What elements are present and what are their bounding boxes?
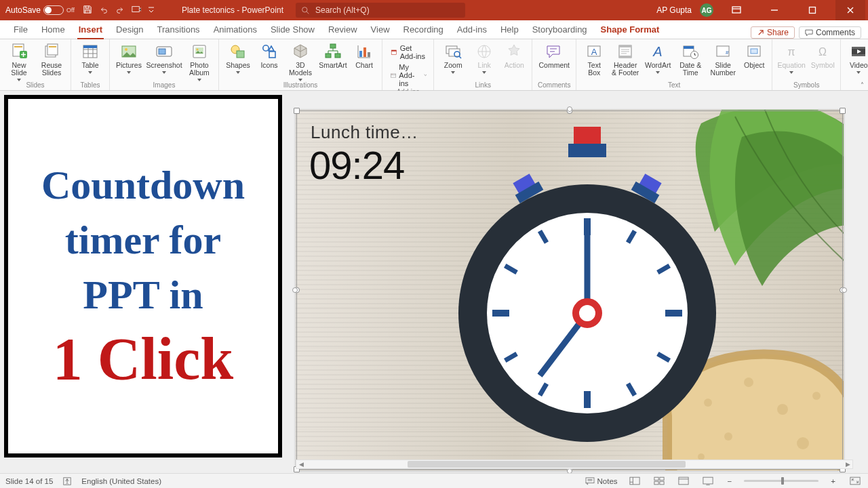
user-name[interactable]: AP Gupta [656,5,692,15]
ribbon-display-icon[interactable] [722,0,751,20]
handle-top-left[interactable] [294,108,300,114]
slide-handle-right[interactable] [842,287,847,293]
handle-top-right[interactable] [840,108,846,114]
models3d-button[interactable]: 3D Models [285,41,315,81]
photo-album-label: Photo Album [189,62,210,77]
undo-icon[interactable] [99,5,108,16]
qat-more-icon[interactable] [148,5,155,16]
view-normal-icon[interactable] [627,475,642,487]
textbox-button[interactable]: A Text Box [580,41,608,77]
link-label: Link [478,62,491,69]
smartart-button[interactable]: SmartArt [318,41,348,69]
svg-rect-93 [629,477,639,485]
pictures-button[interactable]: Pictures [114,41,144,74]
tab-home[interactable]: Home [35,22,72,39]
zoom-slider[interactable] [744,480,818,482]
slide-number-button[interactable]: # Slide Number [708,41,738,77]
zoom-in-button[interactable]: + [828,477,838,485]
screenshot-button[interactable]: Screenshot [146,41,182,74]
tab-add-ins[interactable]: Add-ins [450,22,494,39]
status-language[interactable]: English (United States) [81,477,161,485]
zoom-out-button[interactable]: − [725,477,735,485]
chart-label: Chart [355,62,373,69]
group-label-illustrations: Illustrations [223,81,378,90]
comment-button[interactable]: Comment [536,41,572,69]
search-icon [301,6,310,15]
editing-stage: Lunch time… 09:24 [0,91,868,473]
scrollbar-thumb[interactable] [408,461,686,468]
share-button[interactable]: Share [751,26,795,39]
view-sorter-icon[interactable] [652,475,667,487]
my-addins-button[interactable]: My Add-ins [388,62,429,88]
tab-recording[interactable]: Recording [397,22,450,39]
header-footer-button[interactable]: Header & Footer [610,41,640,77]
slide-time-text[interactable]: 09:24 [309,142,404,188]
chart-button[interactable]: Chart [351,41,378,69]
svg-rect-9 [49,46,56,47]
link-button: Link [471,41,498,74]
slide-handle-bottom[interactable] [567,468,572,473]
tab-shape-format[interactable]: Shape Format [594,22,667,39]
svg-rect-49 [751,49,757,54]
reuse-slides-button[interactable]: Reuse Slides [37,41,66,77]
get-addins-button[interactable]: Get Add-ins [388,43,429,61]
group-addins: Get Add-ins My Add-ins Add-ins [382,39,434,90]
svg-rect-3 [810,7,816,14]
tab-animations[interactable]: Animations [207,22,264,39]
close-icon[interactable] [835,0,865,20]
view-reading-icon[interactable] [676,475,691,487]
svg-rect-30 [391,50,396,52]
notes-button[interactable]: Notes [585,477,618,485]
wordart-button[interactable]: A WordArt [643,41,673,74]
scroll-left-icon[interactable]: ◀ [296,460,306,468]
zoom-knob[interactable] [781,477,784,485]
view-slideshow-icon[interactable] [701,475,715,487]
tab-transitions[interactable]: Transitions [151,22,207,39]
clock-graphic[interactable] [452,123,723,462]
accessibility-icon[interactable] [62,476,72,486]
quick-access-toolbar [80,5,155,16]
photo-album-icon [191,43,208,60]
user-avatar[interactable]: AG [700,3,713,17]
slide-title-text[interactable]: Lunch time… [311,122,418,143]
tab-slide-show[interactable]: Slide Show [264,22,321,39]
tab-file[interactable]: File [7,22,35,39]
horizontal-scrollbar[interactable]: ◀ ▶ [296,460,853,469]
slide-handle-top[interactable] [567,106,572,112]
slide-canvas[interactable]: Lunch time… 09:24 [296,110,844,470]
tab-insert[interactable]: Insert [72,22,109,39]
svg-rect-22 [269,52,275,58]
table-button[interactable]: Table [75,41,105,74]
scroll-right-icon[interactable]: ▶ [843,460,852,468]
status-slide-number[interactable]: Slide 14 of 15 [5,477,53,485]
shapes-button[interactable]: Shapes [223,41,253,74]
tab-storyboarding[interactable]: Storyboarding [526,22,594,39]
tab-design[interactable]: Design [109,22,150,39]
tab-view[interactable]: View [364,22,397,39]
collapse-ribbon-icon[interactable]: ˄ [861,81,864,89]
tab-help[interactable]: Help [494,22,526,39]
save-icon[interactable] [83,5,92,16]
video-button[interactable]: Video [845,41,868,74]
redo-icon[interactable] [115,5,125,16]
date-time-button[interactable]: Date & Time [675,41,705,77]
new-slide-button[interactable]: New Slide [4,41,34,81]
icons-button[interactable]: Icons [256,41,283,69]
svg-rect-11 [83,45,97,48]
search-box[interactable]: Search (Alt+Q) [296,3,465,18]
group-label-tables: Tables [75,81,105,90]
tab-review[interactable]: Review [321,22,364,39]
header-footer-icon [616,43,634,60]
photo-album-button[interactable]: Photo Album [184,41,214,81]
fit-to-window-icon[interactable] [848,475,863,487]
zoom-button[interactable]: Zoom [438,41,468,74]
minimize-icon[interactable] [760,0,789,20]
comments-button[interactable]: Comments [799,26,861,39]
slide-handle-left[interactable] [292,287,298,293]
maximize-icon[interactable] [797,0,827,20]
object-button[interactable]: Object [741,41,768,69]
from-beginning-icon[interactable] [132,5,141,16]
equation-label: Equation [778,62,806,69]
group-label-text: Text [580,81,768,90]
autosave-toggle[interactable]: AutoSave Off [5,5,75,15]
